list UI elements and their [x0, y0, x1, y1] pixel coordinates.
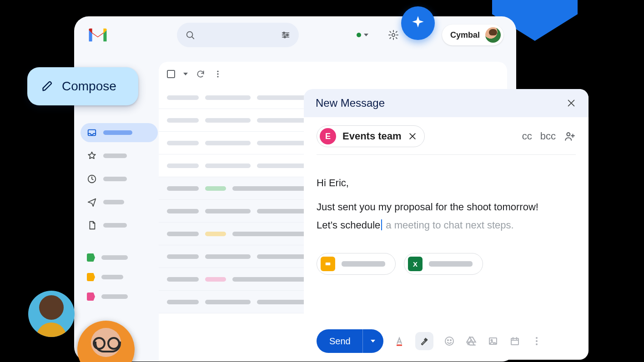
- sidebar-label-green[interactable]: [80, 250, 158, 265]
- svg-rect-20: [326, 263, 331, 265]
- sidebar-item-starred[interactable]: [80, 146, 158, 165]
- svg-point-19: [567, 133, 570, 136]
- compose-button[interactable]: Compose: [27, 67, 138, 105]
- attachment-slides[interactable]: [317, 253, 396, 275]
- star-icon: [87, 151, 97, 161]
- contact-avatar-icon: [28, 291, 75, 337]
- send-label: Send: [317, 336, 362, 347]
- gmail-header: Cymbal: [74, 16, 516, 54]
- recipients-row: E Events team cc bcc: [304, 117, 589, 154]
- compose-close-button[interactable]: [566, 98, 577, 109]
- more-button[interactable]: [213, 69, 222, 79]
- sidebar-label-pink[interactable]: [80, 289, 158, 304]
- compose-header: New Message: [304, 89, 589, 117]
- sidebar-item-sent[interactable]: [80, 193, 158, 212]
- svg-point-28: [536, 337, 538, 339]
- cc-bcc-group: cc bcc: [522, 130, 576, 142]
- insert-image-button[interactable]: [487, 335, 499, 347]
- google-slides-icon: [321, 257, 335, 271]
- body-greeting: Hi Eric,: [317, 174, 576, 193]
- svg-point-16: [217, 71, 218, 72]
- svg-point-30: [536, 343, 538, 345]
- insert-drive-button[interactable]: [465, 335, 477, 347]
- cc-button[interactable]: cc: [522, 130, 532, 142]
- sidebar-item-snoozed[interactable]: [80, 169, 158, 188]
- compose-footer: Send: [304, 322, 589, 360]
- compose-body[interactable]: Hi Eric, Just sent you my proposal for t…: [304, 155, 589, 235]
- chevron-down-icon: [364, 34, 368, 36]
- compose-window: New Message E Events team cc bcc Hi Eric…: [304, 89, 589, 360]
- mail-list-toolbar: [159, 62, 507, 86]
- attachment-name: [342, 261, 385, 267]
- sidebar-item-label: [103, 177, 127, 181]
- pencil-icon: [41, 80, 54, 93]
- send-options-button[interactable]: [362, 329, 383, 353]
- svg-point-22: [445, 337, 453, 345]
- select-all-checkbox[interactable]: [167, 70, 175, 78]
- compose-title: New Message: [316, 97, 385, 109]
- sidebar-labels: [80, 250, 158, 304]
- svg-point-17: [217, 73, 218, 74]
- account-switcher[interactable]: Cymbal: [442, 25, 503, 45]
- sidebar-item-drafts[interactable]: [80, 216, 158, 235]
- insert-emoji-button[interactable]: [443, 335, 455, 347]
- svg-point-26: [491, 340, 492, 341]
- close-icon: [566, 98, 576, 108]
- smart-compose-suggestion: a meeting to chat next steps.: [383, 219, 513, 231]
- sidebar-nav: [80, 123, 158, 304]
- bcc-button[interactable]: bcc: [540, 130, 556, 142]
- svg-rect-21: [397, 345, 402, 346]
- sidebar-item-label: [103, 130, 132, 135]
- svg-point-4: [392, 34, 395, 36]
- attachment-excel[interactable]: X: [404, 253, 483, 275]
- body-line-1: Just sent you my proposal for the shoot …: [317, 198, 576, 217]
- sidebar-label-yellow[interactable]: [80, 269, 158, 285]
- sidebar-item-label: [103, 223, 127, 228]
- svg-point-23: [448, 340, 448, 341]
- recipient-avatar-icon: E: [320, 128, 336, 144]
- body-line-2-typed: Let’s schedule: [317, 219, 380, 231]
- clock-icon: [87, 174, 97, 184]
- send-icon: [87, 197, 97, 207]
- ai-sparkle-badge-icon: [401, 6, 435, 40]
- settings-button[interactable]: [384, 25, 403, 45]
- more-options-button[interactable]: [531, 335, 543, 347]
- inbox-icon: [87, 128, 97, 138]
- excel-file-icon: X: [408, 257, 423, 271]
- search-input[interactable]: [177, 23, 299, 47]
- workspace-label: Cymbal: [450, 30, 480, 40]
- svg-point-29: [536, 340, 538, 342]
- sidebar-item-label: [103, 200, 124, 204]
- schedule-send-button[interactable]: [509, 335, 521, 347]
- attachments-row: X: [304, 235, 589, 275]
- presence-active-icon: [357, 33, 361, 37]
- search-icon: [185, 30, 195, 40]
- svg-point-18: [217, 76, 218, 77]
- status-menu[interactable]: [349, 26, 376, 44]
- sidebar-item-inbox[interactable]: [80, 123, 158, 142]
- help-me-write-button[interactable]: [415, 332, 433, 350]
- remove-recipient-button[interactable]: [408, 132, 417, 141]
- recipient-name: Events team: [342, 130, 402, 142]
- label-name: [101, 275, 123, 279]
- text-format-button[interactable]: [393, 335, 405, 347]
- compose-label: Compose: [62, 79, 116, 94]
- gmail-logo-icon: [86, 26, 110, 44]
- text-cursor-icon: [381, 219, 382, 230]
- gear-icon: [388, 30, 399, 40]
- chevron-down-icon: [371, 340, 375, 342]
- select-dropdown-icon[interactable]: [183, 73, 188, 75]
- add-recipients-button[interactable]: [564, 130, 576, 142]
- refresh-button[interactable]: [196, 69, 205, 79]
- label-name: [101, 255, 128, 260]
- label-tag-icon: [87, 273, 95, 281]
- search-options-icon[interactable]: [281, 30, 291, 40]
- label-tag-icon: [87, 253, 95, 262]
- svg-point-24: [450, 340, 451, 341]
- recipient-chip[interactable]: E Events team: [317, 125, 425, 147]
- label-tag-icon: [87, 293, 95, 301]
- sidebar-item-label: [103, 154, 127, 158]
- file-icon: [87, 220, 97, 230]
- send-button[interactable]: Send: [317, 329, 383, 353]
- svg-rect-27: [511, 338, 518, 345]
